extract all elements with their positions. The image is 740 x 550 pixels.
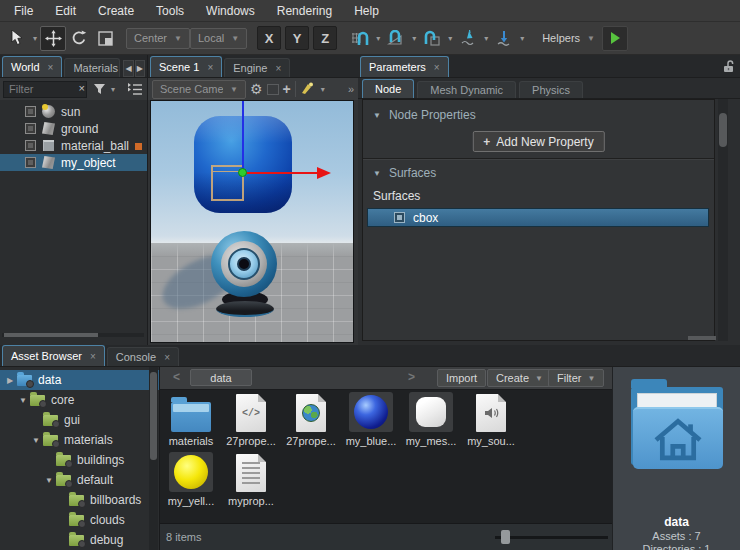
menu-file[interactable]: File (3, 0, 44, 22)
close-icon[interactable]: × (207, 62, 213, 73)
helpers-dropdown[interactable]: Helpers ▼ (535, 29, 602, 48)
tree-vertical-scrollbar[interactable] (149, 367, 158, 550)
snap-surface-button[interactable] (455, 26, 481, 51)
tab-engine[interactable]: Engine × (224, 58, 290, 77)
slider-thumb[interactable] (501, 530, 510, 544)
viewport-settings-gear-icon[interactable]: ⚙ (250, 82, 263, 96)
surface-checkbox[interactable] (394, 212, 405, 223)
scale-tool-button[interactable] (92, 26, 118, 51)
parameters-vertical-scrollbar[interactable] (718, 99, 728, 341)
material-ball-object[interactable] (211, 231, 277, 297)
asset-item-my-blue[interactable]: my_blue... (342, 392, 400, 447)
tree-item-default[interactable]: ▼ default (0, 470, 159, 490)
surfaces-section-header[interactable]: ▼ Surfaces (363, 162, 714, 184)
gizmo-z-axis[interactable] (242, 101, 244, 173)
axis-y-button[interactable]: Y (285, 26, 309, 50)
subtab-mesh-dynamic[interactable]: Mesh Dynamic (417, 81, 516, 98)
tree-item-data[interactable]: ▶ data (0, 370, 159, 390)
add-camera-icon[interactable]: + (283, 82, 291, 96)
subtab-physics[interactable]: Physics (519, 81, 583, 98)
asset-item-my-mes[interactable]: my_mes... (402, 392, 460, 447)
collapse-icon[interactable]: ▼ (30, 436, 42, 445)
select-tool-button[interactable] (4, 26, 30, 51)
node-row-ground[interactable]: ground (0, 120, 147, 137)
snap-surface-caret[interactable]: ▾ (481, 34, 491, 43)
asset-item-27prope-world[interactable]: 27prope... (282, 392, 340, 447)
collapse-icon[interactable]: ▼ (43, 476, 55, 485)
filter-input[interactable] (3, 81, 87, 98)
tree-item-debug[interactable]: debug (0, 530, 159, 550)
snap-angle-caret[interactable]: ▾ (409, 34, 419, 43)
drop-to-ground-caret[interactable]: ▾ (517, 34, 527, 43)
snap-angle-button[interactable] (383, 26, 409, 51)
viewport-3d-canvas[interactable] (150, 100, 354, 343)
unlock-icon[interactable] (723, 59, 734, 76)
add-new-property-button[interactable]: + Add New Property (472, 131, 604, 152)
node-checkbox[interactable] (25, 123, 36, 134)
node-checkbox[interactable] (25, 106, 36, 117)
asset-item-27prope-code[interactable]: </> 27prope... (222, 392, 280, 447)
toolbar-overflow-button[interactable]: » (348, 83, 354, 95)
move-tool-button[interactable] (40, 26, 66, 51)
rotate-tool-button[interactable] (66, 26, 92, 51)
tab-parameters[interactable]: Parameters × (360, 56, 449, 77)
asset-item-my-yell[interactable]: my_yell... (162, 452, 220, 507)
play-button[interactable] (602, 26, 628, 51)
axis-z-button[interactable]: Z (313, 26, 337, 50)
close-icon[interactable]: × (275, 63, 281, 74)
nav-forward-button[interactable]: > (408, 370, 415, 384)
node-checkbox[interactable] (25, 157, 36, 168)
tab-world[interactable]: World × (2, 56, 62, 77)
collapse-icon[interactable]: ▼ (17, 396, 29, 405)
tab-scroll-left-button[interactable]: ◀ (123, 60, 133, 77)
tab-materials[interactable]: Materials (64, 58, 120, 77)
tab-scroll-right-button[interactable]: ▶ (135, 60, 145, 77)
close-icon[interactable]: × (164, 352, 170, 363)
tab-console[interactable]: Console × (107, 347, 179, 366)
drop-to-ground-button[interactable] (491, 26, 517, 51)
snap-grid-caret[interactable]: ▾ (373, 34, 383, 43)
subtab-node[interactable]: Node (362, 79, 414, 98)
close-icon[interactable]: × (434, 62, 440, 73)
render-debug-brush-button[interactable] (300, 81, 314, 98)
parameters-horizontal-scrollbar[interactable] (688, 336, 716, 340)
pivot-dropdown[interactable]: Center ▼ (126, 28, 190, 49)
axis-x-button[interactable]: X (257, 26, 281, 50)
asset-item-materials[interactable]: materials (162, 392, 220, 447)
close-icon[interactable]: × (48, 62, 54, 73)
brush-caret[interactable]: ▾ (318, 85, 328, 94)
menu-rendering[interactable]: Rendering (266, 0, 343, 22)
filter-dropdown[interactable]: Filter ▼ (548, 369, 604, 387)
scrollbar-thumb[interactable] (719, 113, 727, 147)
tab-asset-browser[interactable]: Asset Browser × (2, 345, 105, 366)
menu-tools[interactable]: Tools (145, 0, 195, 22)
menu-create[interactable]: Create (87, 0, 145, 22)
gizmo-origin-handle[interactable] (238, 168, 247, 177)
scrollbar-thumb[interactable] (4, 333, 98, 337)
gizmo-x-axis[interactable] (243, 172, 319, 174)
tree-item-materials[interactable]: ▼ materials (0, 430, 159, 450)
node-row-sun[interactable]: sun (0, 103, 147, 120)
space-dropdown[interactable]: Local ▼ (190, 28, 247, 49)
thumbnail-size-slider[interactable] (495, 536, 608, 539)
node-properties-section-header[interactable]: ▼ Node Properties (363, 104, 714, 126)
create-dropdown[interactable]: Create ▼ (487, 369, 552, 387)
asset-item-my-sou[interactable]: my_sou... (462, 392, 520, 447)
nav-back-button[interactable]: < (173, 370, 180, 384)
tree-item-buildings[interactable]: buildings (0, 450, 159, 470)
world-horizontal-scrollbar[interactable] (2, 333, 144, 337)
gizmo-x-arrowhead[interactable] (317, 167, 331, 179)
menu-windows[interactable]: Windows (195, 0, 266, 22)
hierarchy-view-button[interactable] (124, 80, 146, 98)
asset-item-myprop[interactable]: myprop... (222, 452, 280, 507)
menu-edit[interactable]: Edit (44, 0, 87, 22)
tree-item-core[interactable]: ▼ core (0, 390, 159, 410)
camera-dropdown[interactable]: Scene Camer ▼ (152, 80, 246, 99)
breadcrumb[interactable]: data (190, 369, 252, 386)
import-button[interactable]: Import (437, 369, 486, 387)
select-tool-caret[interactable]: ▾ (30, 34, 40, 43)
tab-scene-1[interactable]: Scene 1 × (150, 56, 222, 77)
menu-help[interactable]: Help (343, 0, 390, 22)
snap-scale-button[interactable] (419, 26, 445, 51)
scrollbar-thumb[interactable] (150, 372, 157, 460)
